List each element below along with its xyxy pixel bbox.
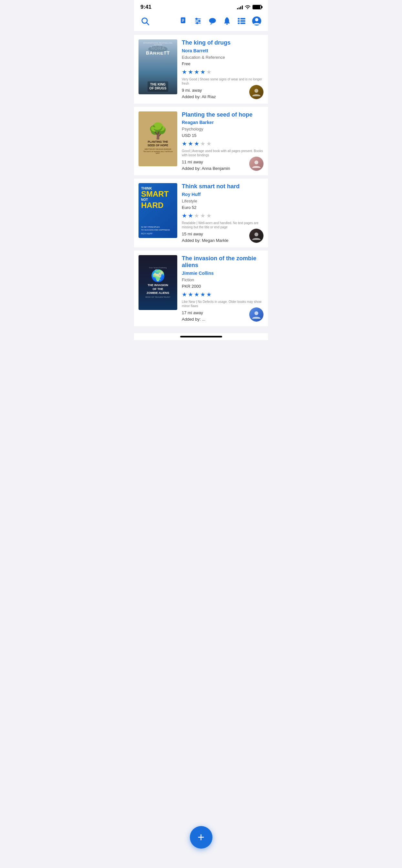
- svg-point-10: [196, 18, 197, 20]
- svg-rect-19: [241, 20, 245, 22]
- book-title-2: Planting the seed of hope: [182, 112, 264, 119]
- profile-icon[interactable]: [252, 16, 261, 26]
- book-cover-3: THINK SMART not HARD 52 KEY PRINCIPLESTO…: [138, 183, 177, 238]
- chat-icon[interactable]: [208, 17, 217, 26]
- book-title-4: The invasion of the zombie aliens: [182, 255, 264, 269]
- book-condition-3: Readable | Well-worn and handled. No tex…: [182, 221, 264, 229]
- star-2-1: ★: [182, 140, 187, 147]
- book-stars-3: ★ ★ ★ ★ ★: [182, 212, 264, 219]
- book-card-1[interactable]: INTERNATIONAL BESTSELLING AUTHOR NORABAR…: [134, 35, 268, 104]
- book-price-2: USD 15: [182, 133, 264, 138]
- svg-line-1: [147, 23, 149, 25]
- star-4-3: ★: [194, 291, 199, 298]
- book-info-2: Planting the seed of hope Reagan Barker …: [182, 112, 264, 171]
- book-condition-1: Very Good | Shows some signs of wear and…: [182, 77, 264, 86]
- star-2-3: ★: [194, 140, 199, 147]
- book-title-3: Think smart not hard: [182, 183, 264, 190]
- book-avatar-1: [249, 85, 264, 99]
- book-author-1: Nora Barrett: [182, 48, 264, 53]
- svg-point-25: [254, 232, 258, 237]
- book-author-3: Roy Huff: [182, 192, 264, 197]
- book-info-1: The king of drugs Nora Barrett Education…: [182, 39, 264, 99]
- star-1-5: ★: [206, 68, 212, 75]
- svg-point-23: [254, 89, 258, 93]
- svg-point-13: [209, 18, 216, 23]
- book-category-3: Lifestyle: [182, 198, 264, 204]
- svg-point-11: [198, 20, 200, 22]
- svg-rect-20: [241, 23, 245, 24]
- book-info-4: The invasion of the zombie aliens Jimmie…: [182, 255, 264, 321]
- avatar-image-2: [249, 157, 264, 171]
- book-condition-2: Good | Average used book with all pages …: [182, 149, 264, 157]
- svg-point-14: [226, 24, 228, 25]
- book-category-1: Education & Reference: [182, 55, 264, 60]
- book-avatar-2: [249, 157, 264, 171]
- signal-icon: [237, 5, 243, 9]
- bell-icon[interactable]: [223, 17, 231, 26]
- book-avatar-3: [249, 228, 264, 243]
- star-2-2: ★: [188, 140, 193, 147]
- avatar-image-3: [249, 228, 264, 243]
- home-indicator: [134, 333, 268, 340]
- star-1-3: ★: [194, 68, 199, 75]
- book-author-2: Reagan Barker: [182, 120, 264, 125]
- avatar-image-1: [249, 85, 264, 99]
- star-3-4: ★: [200, 212, 205, 219]
- star-3-3: ★: [194, 212, 199, 219]
- svg-rect-16: [238, 20, 240, 22]
- star-4-2: ★: [188, 291, 193, 298]
- book-stars-1: ★ ★ ★ ★ ★: [182, 68, 264, 75]
- book-cover-4: From Terrane Publishing 🌍 The InvasionOf…: [138, 255, 177, 310]
- book-category-2: Psychology: [182, 127, 264, 131]
- star-3-1: ★: [182, 212, 187, 219]
- svg-point-24: [254, 160, 258, 164]
- wifi-icon: [245, 4, 251, 10]
- book-condition-4: Like New | No Defects in usage. Older bo…: [182, 300, 264, 308]
- svg-point-12: [197, 22, 198, 24]
- book-avatar-4: [249, 307, 264, 321]
- star-3-5: ★: [206, 212, 212, 219]
- star-1-2: ★: [188, 68, 193, 75]
- star-1-4: ★: [200, 68, 205, 75]
- book-category-4: Fiction: [182, 277, 264, 282]
- book-cover-2: 🌳 PLANTING THESEED OF HOPE WRITTEN BY RE…: [138, 112, 177, 166]
- document-icon[interactable]: [180, 17, 188, 25]
- svg-rect-18: [241, 18, 245, 20]
- book-stars-2: ★ ★ ★ ★ ★: [182, 140, 264, 147]
- star-2-4: ★: [200, 140, 205, 147]
- star-4-4: ★: [200, 291, 205, 298]
- star-1-1: ★: [182, 68, 187, 75]
- status-bar: 9:41: [134, 0, 268, 13]
- list-icon[interactable]: [237, 17, 246, 26]
- book-price-3: Euro 52: [182, 205, 264, 210]
- search-icon[interactable]: [141, 17, 150, 26]
- book-stars-4: ★ ★ ★ ★ ★: [182, 291, 264, 298]
- status-time: 9:41: [141, 4, 151, 10]
- book-cover-1: INTERNATIONAL BESTSELLING AUTHOR NORABAR…: [138, 39, 177, 94]
- star-4-5: ★: [206, 291, 212, 298]
- star-3-2: ★: [188, 212, 193, 219]
- book-list: INTERNATIONAL BESTSELLING AUTHOR NORABAR…: [134, 31, 268, 330]
- status-icons: [237, 4, 261, 10]
- nav-bar: [134, 13, 268, 31]
- book-price-4: PKR 2000: [182, 284, 264, 289]
- svg-point-22: [255, 18, 258, 21]
- svg-rect-17: [238, 23, 240, 24]
- svg-rect-15: [238, 18, 240, 20]
- book-title-1: The king of drugs: [182, 39, 264, 46]
- star-2-5: ★: [206, 140, 212, 147]
- filter-icon[interactable]: [194, 17, 202, 25]
- battery-icon: [252, 5, 261, 9]
- book-card-4[interactable]: From Terrane Publishing 🌍 The InvasionOf…: [134, 251, 268, 326]
- avatar-image-4: [249, 307, 264, 321]
- book-price-1: Free: [182, 61, 264, 66]
- nav-icons-right: [180, 16, 261, 26]
- book-info-3: Think smart not hard Roy Huff Lifestyle …: [182, 183, 264, 243]
- svg-point-26: [254, 311, 258, 315]
- home-bar: [180, 336, 222, 337]
- book-card-2[interactable]: 🌳 PLANTING THESEED OF HOPE WRITTEN BY RE…: [134, 107, 268, 176]
- star-4-1: ★: [182, 291, 187, 298]
- book-card-3[interactable]: THINK SMART not HARD 52 KEY PRINCIPLESTO…: [134, 179, 268, 247]
- book-author-4: Jimmie Collins: [182, 271, 264, 276]
